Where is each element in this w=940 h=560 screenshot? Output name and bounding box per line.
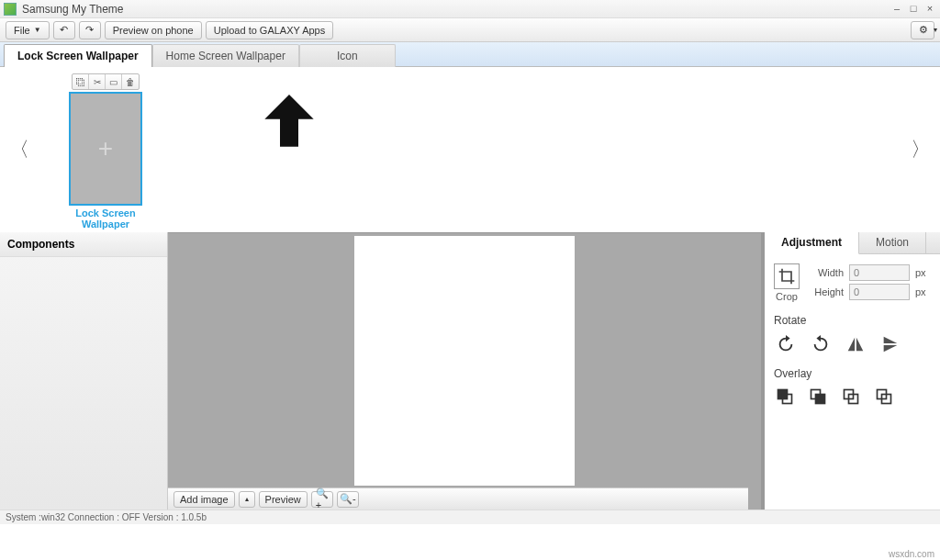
canvas-area [168, 232, 761, 510]
bring-front-icon[interactable] [776, 387, 794, 408]
preview-phone-button[interactable]: Preview on phone [105, 21, 202, 39]
app-icon [4, 3, 17, 16]
send-backward-icon[interactable] [842, 387, 860, 408]
gallery-strip: 〈 ⿻ ✂ ▭ 🗑 + Lock Screen Wallpaper 〉 [0, 67, 940, 232]
width-label: Width [807, 267, 844, 278]
copy-icon[interactable]: ⿻ [73, 74, 89, 89]
up-arrow-annotation [252, 85, 326, 159]
content-tabs: Lock Screen Wallpaper Home Screen Wallpa… [0, 42, 940, 67]
item-toolbar: ⿻ ✂ ▭ 🗑 [72, 73, 140, 90]
svg-rect-3 [816, 395, 825, 404]
canvas[interactable] [354, 236, 575, 486]
delete-icon[interactable]: 🗑 [122, 74, 139, 89]
rotate-cw-icon[interactable] [776, 334, 796, 356]
zoom-out-button[interactable]: 🔍- [337, 491, 359, 508]
components-panel: Components [0, 232, 168, 510]
maximize-button[interactable]: □ [907, 3, 920, 16]
paste-icon[interactable]: ▭ [106, 74, 122, 89]
tab-icon[interactable]: Icon [299, 44, 396, 67]
canvas-toolbar: Add image ▴ Preview 🔍+ 🔍- [168, 487, 748, 510]
main-toolbar: File▼ ↶ ↷ Preview on phone Upload to GAL… [0, 18, 940, 42]
window-title: Samsung My Theme [22, 3, 887, 16]
gallery-item[interactable]: ⿻ ✂ ▭ 🗑 + Lock Screen Wallpaper [64, 70, 147, 230]
crop-label: Crop [774, 291, 800, 302]
zoom-in-button[interactable]: 🔍+ [311, 491, 333, 508]
thumbnail-add[interactable]: + [69, 92, 142, 206]
tab-home-screen[interactable]: Home Screen Wallpaper [152, 44, 299, 67]
send-back-icon[interactable] [875, 387, 893, 408]
height-input[interactable] [849, 284, 910, 300]
height-unit: px [915, 286, 926, 297]
plus-icon: + [98, 134, 113, 163]
bring-forward-icon[interactable] [809, 387, 827, 408]
status-bar: System :win32 Connection : OFF Version :… [0, 510, 940, 524]
minimize-button[interactable]: – [890, 3, 903, 16]
preview-button[interactable]: Preview [259, 491, 308, 508]
titlebar: Samsung My Theme – □ × [0, 0, 940, 18]
close-button[interactable]: × [923, 3, 936, 16]
gallery-next-button[interactable]: 〉 [911, 136, 931, 163]
upload-apps-button[interactable]: Upload to GALAXY Apps [206, 21, 334, 39]
redo-button[interactable]: ↷ [79, 21, 101, 39]
add-image-button[interactable]: Add image [173, 491, 235, 508]
tab-adjustment[interactable]: Adjustment [765, 232, 859, 254]
flip-vertical-icon[interactable] [880, 334, 901, 356]
rotate-ccw-icon[interactable] [811, 334, 831, 356]
watermark: wsxdn.com [889, 549, 934, 559]
width-input[interactable] [849, 264, 910, 281]
flip-horizontal-icon[interactable] [845, 334, 866, 356]
tab-motion[interactable]: Motion [859, 232, 926, 253]
width-unit: px [915, 267, 926, 278]
settings-button[interactable]: ⚙▾ [911, 21, 934, 39]
tab-lock-screen[interactable]: Lock Screen Wallpaper [4, 44, 152, 67]
components-title: Components [0, 232, 167, 257]
height-label: Height [807, 286, 844, 297]
add-image-dropdown[interactable]: ▴ [239, 491, 255, 508]
overlay-label: Overlay [774, 367, 931, 380]
right-panel: Adjustment Motion Crop Width px [761, 232, 940, 510]
crop-icon[interactable] [774, 263, 800, 289]
cut-icon[interactable]: ✂ [89, 74, 106, 89]
gallery-prev-button[interactable]: 〈 [9, 136, 29, 163]
undo-button[interactable]: ↶ [53, 21, 75, 39]
thumbnail-label: Lock Screen Wallpaper [64, 207, 147, 230]
rotate-label: Rotate [774, 314, 931, 327]
file-menu[interactable]: File▼ [6, 21, 50, 39]
